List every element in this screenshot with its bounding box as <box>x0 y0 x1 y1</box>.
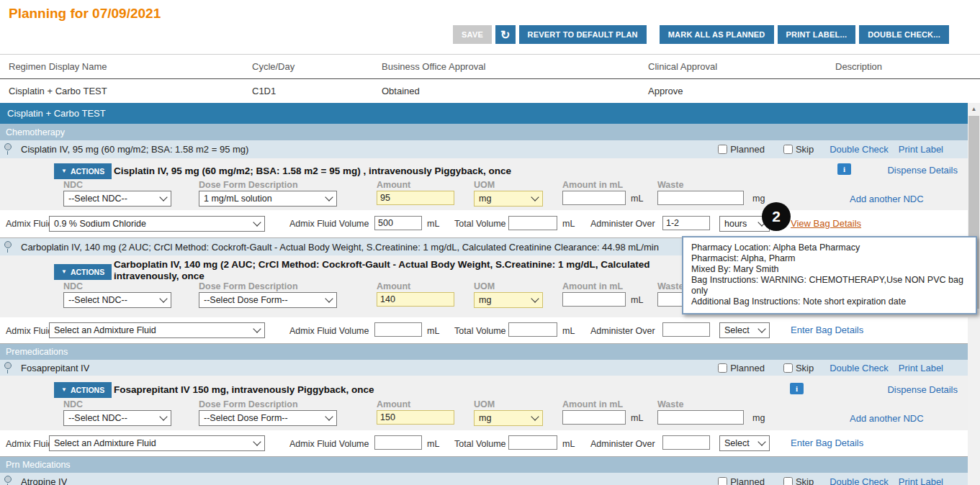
skip-checkbox[interactable] <box>783 145 793 154</box>
amount-input[interactable] <box>377 410 454 425</box>
dose-form-select[interactable]: --Select Dose Form-- <box>199 410 337 426</box>
iv-pin-icon <box>4 143 12 155</box>
skip-label: Skip <box>796 363 814 373</box>
dose-form-select[interactable]: 1 mg/mL solution <box>199 191 337 207</box>
amount-in-ml-label: Amount in mL <box>562 399 623 409</box>
amount-in-ml-input[interactable] <box>562 410 626 425</box>
total-volume-label: Total Volume <box>454 326 506 336</box>
administer-over-input[interactable] <box>662 435 710 450</box>
administer-over-label: Administer Over <box>590 326 655 336</box>
ndc-select[interactable]: --Select NDC-- <box>63 292 171 308</box>
print-label-link[interactable]: Print Label <box>899 363 943 373</box>
cell-regimen-name: Cisplatin + Carbo TEST <box>9 86 107 96</box>
dispense-details-link[interactable]: Dispense Details <box>887 165 958 176</box>
enter-bag-details-link[interactable]: Enter Bag Details <box>791 325 863 335</box>
ndc-select[interactable]: --Select NDC-- <box>63 410 171 426</box>
actions-button[interactable]: ▼ ACTIONS <box>54 163 112 179</box>
total-volume-input[interactable] <box>508 435 557 450</box>
admix-fluid-volume-input[interactable] <box>374 435 422 450</box>
print-label-link[interactable]: Print Label <box>899 144 943 155</box>
dose-form-label: Dose Form Description <box>199 281 298 291</box>
actions-button[interactable]: ▼ ACTIONS <box>54 264 112 280</box>
info-icon[interactable]: i <box>837 163 851 175</box>
total-volume-input[interactable] <box>508 322 557 337</box>
admix-fluid-select-value: Select an Admixture Fluid <box>54 325 156 335</box>
print-label-link[interactable]: Print Label <box>899 476 943 485</box>
dispense-details-link[interactable]: Dispense Details <box>887 384 958 395</box>
enter-bag-details-link[interactable]: Enter Bag Details <box>791 438 863 448</box>
waste-input[interactable] <box>657 410 744 425</box>
planned-checkbox[interactable] <box>718 145 727 154</box>
uom-select[interactable]: mg <box>474 191 543 207</box>
admix-fluid-volume-input[interactable] <box>374 322 422 337</box>
drug-row-atropine: Atropine IV Planned Skip Double Check Pr… <box>0 473 968 485</box>
chevron-down-icon <box>758 325 765 332</box>
revert-to-default-plan-button[interactable]: REVERT TO DEFAULT PLAN <box>519 25 647 44</box>
duration-unit-select[interactable]: Select <box>719 435 770 451</box>
admix-fluid-volume-input[interactable] <box>374 216 422 230</box>
refresh-icon: ↻ <box>500 29 511 41</box>
chevron-down-icon <box>531 193 539 201</box>
uom-select[interactable]: mg <box>474 292 543 308</box>
caret-down-icon: ▼ <box>61 269 67 275</box>
skip-checkbox[interactable] <box>783 477 793 485</box>
amount-input[interactable] <box>377 191 454 205</box>
double-check-link[interactable]: Double Check <box>830 144 889 155</box>
admix-fluid-label: Admix Fluid <box>6 439 53 449</box>
chevron-down-icon <box>325 193 333 201</box>
scroll-up-arrow-icon[interactable]: ▲ <box>968 103 980 115</box>
waste-input[interactable] <box>657 191 744 205</box>
mark-all-as-planned-button[interactable]: MARK ALL AS PLANNED <box>660 25 774 44</box>
double-check-button[interactable]: DOUBLE CHECK... <box>859 25 949 44</box>
section-bar-chemotherapy: Chemotherapy <box>0 124 968 140</box>
info-icon[interactable]: i <box>790 383 804 394</box>
dose-form-select[interactable]: --Select Dose Form-- <box>199 292 337 308</box>
drug-row-title: Carboplatin IV, 140 mg (2 AUC; CrCl Meth… <box>21 242 659 253</box>
admix-fluid-select[interactable]: 0.9 % Sodium Chloride <box>49 216 265 232</box>
regimen-table-header: Regimen Display Name Cycle/Day Business … <box>0 55 980 79</box>
uom-label: UOM <box>474 180 495 190</box>
amount-label: Amount <box>377 281 410 291</box>
ndc-select[interactable]: --Select NDC-- <box>63 191 171 207</box>
ndc-label: NDC <box>63 180 83 190</box>
add-another-ndc-link[interactable]: Add another NDC <box>850 413 924 424</box>
chevron-down-icon <box>758 438 765 445</box>
admix-fluid-volume-label: Admix Fluid Volume <box>289 326 369 336</box>
double-check-link[interactable]: Double Check <box>830 476 889 485</box>
view-bag-details-link[interactable]: View Bag Details <box>791 218 861 229</box>
planned-checkbox[interactable] <box>718 477 727 485</box>
total-volume-input[interactable] <box>508 216 557 230</box>
planned-checkbox[interactable] <box>718 363 727 373</box>
print-label-button[interactable]: PRINT LABEL... <box>778 25 856 44</box>
amount-input[interactable] <box>377 292 454 307</box>
admix-fluid-select[interactable]: Select an Admixture Fluid <box>49 435 265 451</box>
mg-suffix: mg <box>752 194 765 204</box>
double-check-link[interactable]: Double Check <box>830 363 889 373</box>
administer-over-input[interactable] <box>662 322 710 337</box>
save-button[interactable]: SAVE <box>453 25 492 44</box>
administer-over-label: Administer Over <box>590 439 655 449</box>
skip-checkbox[interactable] <box>783 363 793 373</box>
chevron-down-icon <box>253 325 261 332</box>
duration-unit-select[interactable]: Select <box>719 322 770 338</box>
ndc-label: NDC <box>63 281 83 291</box>
refresh-button[interactable]: ↻ <box>495 25 516 44</box>
actions-button[interactable]: ▼ ACTIONS <box>54 382 112 398</box>
chevron-down-icon <box>253 218 261 226</box>
administer-over-label: Administer Over <box>590 219 655 229</box>
tooltip-pharmacy-location: Pharmacy Location: Alpha Beta Pharmacy <box>691 242 968 253</box>
ndc-select-value: --Select NDC-- <box>68 413 127 423</box>
section-label: Premedications <box>6 347 68 357</box>
regimen-plan-bar: Cisplatin + Carbo TEST <box>0 103 968 124</box>
page-title: Planning for 07/09/2021 <box>9 6 161 22</box>
amount-label: Amount <box>377 180 410 190</box>
add-another-ndc-link[interactable]: Add another NDC <box>850 194 924 204</box>
col-description: Description <box>835 61 882 72</box>
carboplatin-admix-row: Admix Fluid Select an Admixture Fluid Ad… <box>0 317 968 344</box>
amount-in-ml-input[interactable] <box>562 292 626 307</box>
administer-over-input[interactable] <box>662 216 710 230</box>
amount-in-ml-input[interactable] <box>562 191 626 205</box>
uom-select[interactable]: mg <box>474 410 543 426</box>
chevron-down-icon <box>159 412 167 420</box>
admix-fluid-select[interactable]: Select an Admixture Fluid <box>49 322 265 338</box>
